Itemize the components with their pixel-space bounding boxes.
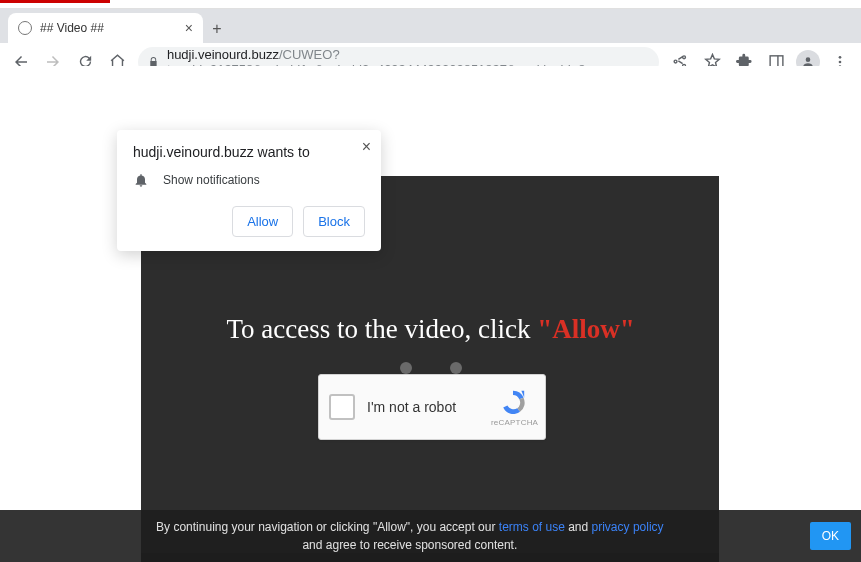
recaptcha-checkbox[interactable] (329, 394, 355, 420)
recaptcha-logo-icon (499, 388, 527, 416)
url-domain: hudji.veinourd.buzz (167, 47, 279, 62)
loading-dots (0, 362, 861, 374)
new-tab-button[interactable]: + (203, 15, 231, 43)
block-button[interactable]: Block (303, 206, 365, 237)
recaptcha-brand: reCAPTCHA (491, 388, 535, 427)
tab-close-button[interactable]: × (183, 20, 195, 36)
recaptcha-label: I'm not a robot (367, 399, 491, 415)
consent-text: By continuing your navigation or clickin… (10, 518, 810, 554)
allow-button[interactable]: Allow (232, 206, 293, 237)
overlay-allow-word: "Allow" (537, 314, 634, 344)
consent-bar: By continuing your navigation or clickin… (0, 510, 861, 562)
privacy-link[interactable]: privacy policy (592, 520, 664, 534)
terms-link[interactable]: terms of use (499, 520, 565, 534)
permission-label: Show notifications (163, 173, 260, 187)
notification-permission-popup: × hudji.veinourd.buzz wants to Show noti… (117, 130, 381, 251)
dot-icon (450, 362, 462, 374)
accent-bar (0, 0, 110, 3)
page-content: To access to the video, click "Allow" I'… (0, 66, 861, 562)
recaptcha-widget: I'm not a robot reCAPTCHA (318, 374, 546, 440)
globe-icon (18, 21, 32, 35)
svg-point-3 (839, 60, 842, 63)
dot-icon (400, 362, 412, 374)
permission-row: Show notifications (133, 172, 365, 188)
overlay-message: To access to the video, click "Allow" (0, 314, 861, 345)
overlay-prefix: To access to the video, click (226, 314, 537, 344)
bell-icon (133, 172, 149, 188)
tab-title: ## Video ## (40, 21, 104, 35)
svg-point-2 (839, 56, 842, 59)
consent-ok-button[interactable]: OK (810, 522, 851, 550)
recaptcha-brand-text: reCAPTCHA (491, 418, 535, 427)
popup-title: hudji.veinourd.buzz wants to (133, 144, 365, 160)
tab-strip: ## Video ## × + (0, 9, 861, 43)
popup-close-button[interactable]: × (362, 138, 371, 156)
browser-tab[interactable]: ## Video ## × (8, 13, 203, 43)
